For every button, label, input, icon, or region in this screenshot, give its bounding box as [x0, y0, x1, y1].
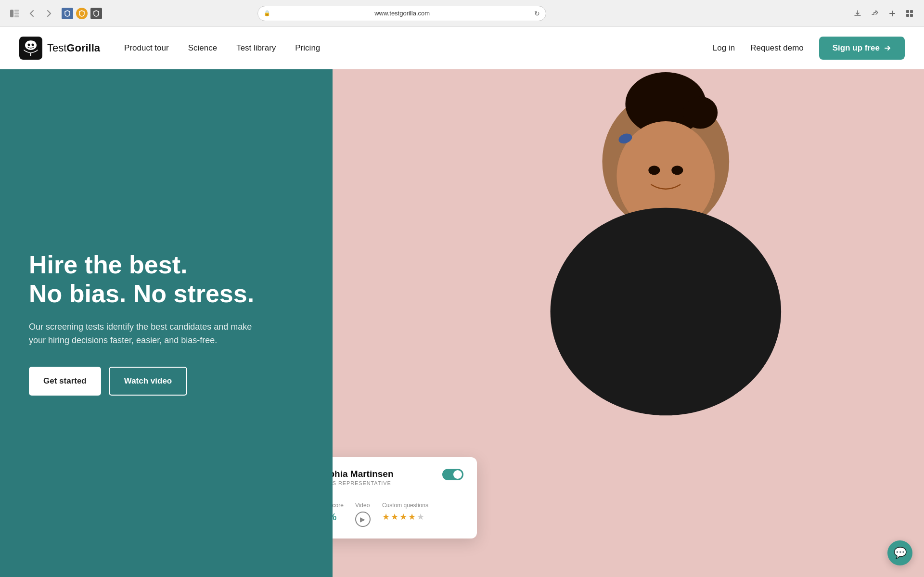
- svg-rect-7: [910, 14, 913, 17]
- url-text: www.testgorilla.com: [273, 10, 531, 17]
- arrow-right-icon: [884, 44, 891, 52]
- hero-left: Hire the best. No bias. No stress. Our s…: [0, 69, 333, 577]
- metric-test-score: Test score 94%: [333, 502, 344, 523]
- custom-questions-label: Custom questions: [382, 502, 428, 509]
- star-2: ★: [391, 512, 398, 522]
- chat-icon: 💬: [894, 547, 907, 559]
- card-metrics: Test score 94% Video ▶ Custom questions …: [333, 502, 463, 527]
- downloads-btn[interactable]: [851, 7, 864, 20]
- nav-links: Product tour Science Test library Pricin…: [124, 43, 713, 53]
- svg-point-9: [25, 40, 37, 50]
- sidebar-toggle-btn[interactable]: [8, 7, 21, 20]
- star-5-empty: ★: [417, 512, 424, 522]
- extension2-icon[interactable]: [76, 8, 88, 19]
- grid-btn[interactable]: [903, 7, 916, 20]
- nav-test-library[interactable]: Test library: [236, 43, 276, 53]
- nav-science[interactable]: Science: [188, 43, 217, 53]
- hero-buttons: Get started Watch video: [29, 367, 304, 396]
- request-demo-button[interactable]: Request demo: [750, 43, 804, 53]
- metric-custom-questions: Custom questions ★ ★ ★ ★ ★: [382, 502, 428, 522]
- hero-subtitle: Our screening tests identify the best ca…: [29, 320, 260, 348]
- star-rating: ★ ★ ★ ★ ★: [382, 512, 428, 522]
- metric-video: Video ▶: [355, 502, 371, 527]
- browser-chrome: 🔒 www.testgorilla.com ↻: [0, 0, 924, 27]
- svg-rect-4: [906, 10, 909, 13]
- logo-icon: [19, 37, 42, 60]
- nav-pricing[interactable]: Pricing: [295, 43, 320, 53]
- svg-rect-1: [14, 10, 19, 12]
- new-tab-btn[interactable]: [886, 7, 899, 20]
- candidate-name: Sophia Martinsen: [333, 469, 393, 479]
- browser-controls: [8, 7, 56, 20]
- chat-button[interactable]: 💬: [887, 540, 912, 565]
- navbar: TestGorilla Product tour Science Test li…: [0, 27, 924, 69]
- card-divider: [333, 494, 463, 494]
- login-button[interactable]: Log in: [713, 43, 735, 53]
- forward-btn[interactable]: [42, 7, 56, 20]
- lock-icon: 🔒: [264, 10, 270, 16]
- candidate-info: Sophia Martinsen SALES REPRESENTATIVE: [333, 469, 393, 486]
- hero-title: Hire the best. No bias. No stress.: [29, 251, 304, 308]
- reload-btn[interactable]: ↻: [534, 10, 540, 17]
- signup-button[interactable]: Sign up free: [819, 37, 905, 60]
- logo-text: TestGorilla: [47, 42, 100, 54]
- watch-video-button[interactable]: Watch video: [109, 367, 188, 396]
- address-bar[interactable]: 🔒 www.testgorilla.com ↻: [257, 6, 546, 21]
- back-btn[interactable]: [25, 7, 38, 20]
- bitwarden-icon[interactable]: [62, 8, 73, 19]
- svg-rect-3: [14, 15, 19, 17]
- share-btn[interactable]: [868, 7, 882, 20]
- star-4: ★: [408, 512, 416, 522]
- svg-point-10: [28, 43, 30, 46]
- svg-rect-0: [10, 10, 13, 17]
- svg-point-15: [683, 96, 718, 128]
- star-3: ★: [399, 512, 407, 522]
- browser-right-controls: [851, 7, 916, 20]
- card-header: Sophia Martinsen SALES REPRESENTATIVE: [333, 469, 463, 486]
- test-score-label: Test score: [333, 502, 344, 509]
- get-started-button[interactable]: Get started: [29, 367, 101, 396]
- test-score-value: 94%: [333, 512, 344, 523]
- nav-product-tour[interactable]: Product tour: [124, 43, 169, 53]
- svg-rect-6: [906, 14, 909, 17]
- hero-section: Hire the best. No bias. No stress. Our s…: [0, 69, 924, 577]
- svg-point-11: [32, 43, 34, 46]
- candidate-card: Sophia Martinsen SALES REPRESENTATIVE Te…: [333, 457, 477, 539]
- video-play-icon[interactable]: ▶: [355, 512, 371, 527]
- logo[interactable]: TestGorilla: [19, 37, 100, 60]
- extension3-icon[interactable]: [90, 8, 102, 19]
- svg-point-18: [551, 208, 782, 416]
- svg-point-20: [672, 166, 683, 175]
- candidate-role: SALES REPRESENTATIVE: [333, 480, 393, 486]
- nav-right: Log in Request demo Sign up free: [713, 37, 905, 60]
- svg-point-19: [649, 166, 660, 175]
- hero-right: Sophia Martinsen SALES REPRESENTATIVE Te…: [333, 69, 924, 577]
- svg-rect-5: [910, 10, 913, 13]
- star-1: ★: [382, 512, 390, 522]
- candidate-toggle[interactable]: [442, 469, 463, 480]
- svg-rect-2: [14, 13, 19, 14]
- extension-icons: [62, 8, 102, 19]
- video-label: Video: [355, 502, 371, 509]
